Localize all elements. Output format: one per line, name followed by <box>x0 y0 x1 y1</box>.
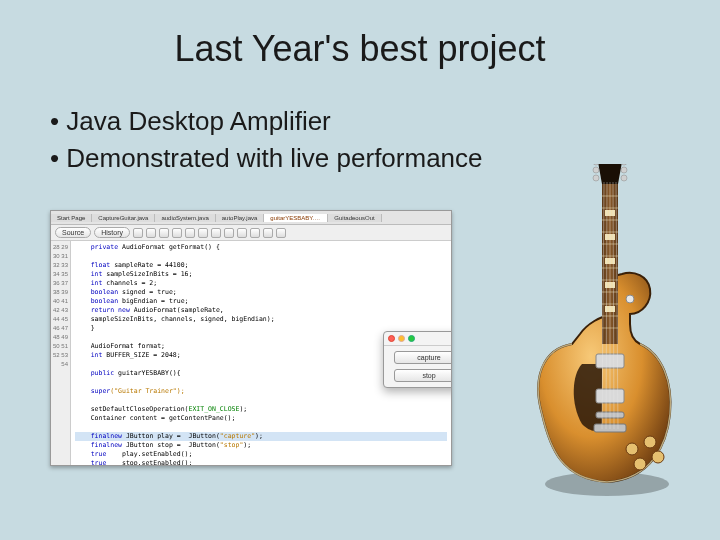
editor-tabs: Start Page CaptureGuitar.java audioSyste… <box>51 211 451 225</box>
toolbar-icon[interactable] <box>276 228 286 238</box>
toolbar-icon[interactable] <box>172 228 182 238</box>
tab-audiosystem[interactable]: audioSystem.java <box>155 214 215 222</box>
tab-guitadeous[interactable]: GuitadeousOut <box>328 214 381 222</box>
toolbar-icon[interactable] <box>263 228 273 238</box>
line-gutter: 28 29 30 31 32 33 34 35 36 37 38 39 40 4… <box>51 241 71 465</box>
tab-guitaryesbaby[interactable]: guitarYESBABY.java <box>264 214 328 222</box>
tab-start[interactable]: Start Page <box>51 214 92 222</box>
svg-point-30 <box>593 164 599 165</box>
source-button[interactable]: Source <box>55 227 91 238</box>
svg-point-33 <box>621 164 627 165</box>
svg-point-9 <box>626 295 634 303</box>
toolbar-icon[interactable] <box>159 228 169 238</box>
toolbar-icon[interactable] <box>198 228 208 238</box>
svg-point-28 <box>593 175 599 181</box>
toolbar-icon[interactable] <box>224 228 234 238</box>
toolbar-icon[interactable] <box>250 228 260 238</box>
minimize-icon[interactable] <box>398 335 405 342</box>
svg-point-31 <box>621 175 627 181</box>
svg-point-32 <box>621 167 627 173</box>
editor-toolbar: Source History <box>51 225 451 241</box>
zoom-icon[interactable] <box>408 335 415 342</box>
svg-point-6 <box>644 436 656 448</box>
tab-autoplay[interactable]: autoPlay.java <box>216 214 265 222</box>
close-icon[interactable] <box>388 335 395 342</box>
toolbar-icon[interactable] <box>133 228 143 238</box>
ide-screenshot: Start Page CaptureGuitar.java audioSyste… <box>50 210 452 466</box>
figure-row: Start Page CaptureGuitar.java audioSyste… <box>50 210 452 466</box>
popup-titlebar <box>384 332 452 346</box>
svg-point-7 <box>634 458 646 470</box>
capture-button[interactable]: capture <box>394 351 452 364</box>
bullet-item: Java Desktop Amplifier <box>50 106 720 137</box>
guitar-image <box>502 164 702 504</box>
toolbar-icon[interactable] <box>237 228 247 238</box>
history-button[interactable]: History <box>94 227 130 238</box>
svg-point-29 <box>593 167 599 173</box>
slide-title: Last Year's best project <box>0 0 720 70</box>
svg-point-5 <box>626 443 638 455</box>
svg-point-8 <box>652 451 664 463</box>
toolbar-icon[interactable] <box>146 228 156 238</box>
toolbar-icon[interactable] <box>211 228 221 238</box>
tab-capture[interactable]: CaptureGuitar.java <box>92 214 155 222</box>
stop-button[interactable]: stop <box>394 369 452 382</box>
toolbar-icon[interactable] <box>185 228 195 238</box>
runtime-popup: capture stop <box>383 331 452 388</box>
